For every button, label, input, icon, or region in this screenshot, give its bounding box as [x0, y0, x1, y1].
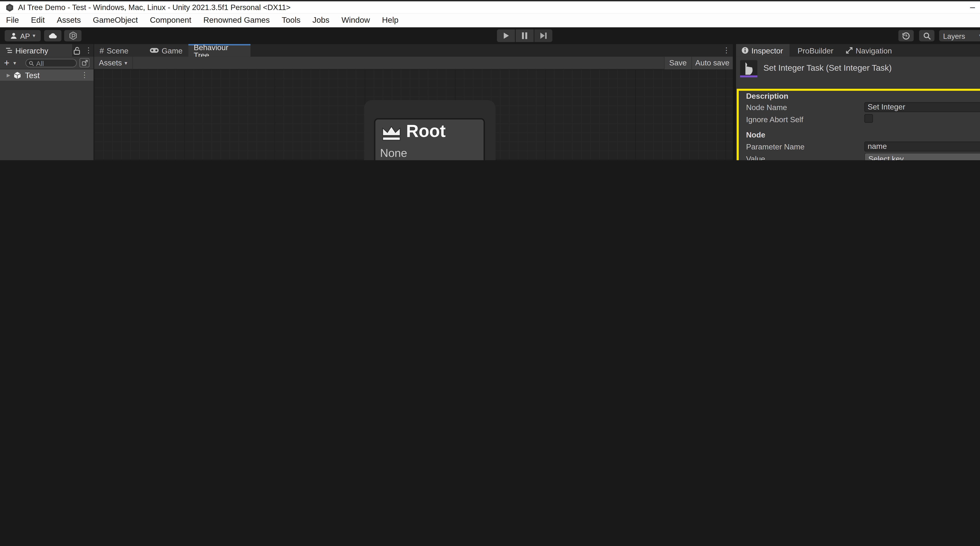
hierarchy-menu-kebab[interactable]: ⋮: [85, 47, 92, 54]
menu-file[interactable]: File: [0, 13, 25, 27]
node-root[interactable]: Root None: [364, 100, 495, 160]
tab-navigation[interactable]: Navigation: [840, 44, 902, 57]
description-section-header: Description: [746, 92, 789, 100]
expand-caret-icon[interactable]: ▶: [7, 73, 10, 78]
value-dropdown-placeholder: Select key...: [868, 154, 910, 160]
pause-icon: [522, 32, 528, 40]
tab-scene[interactable]: # Scene: [94, 44, 144, 57]
play-icon: [502, 32, 510, 40]
menu-bar: File Edit Assets GameObject Component Re…: [0, 13, 980, 27]
account-label: AP: [20, 32, 30, 40]
navigation-tab-label: Navigation: [856, 46, 892, 54]
window-title: AI Tree Demo - Test - Windows, Mac, Linu…: [18, 3, 291, 11]
lock-icon[interactable]: [73, 47, 80, 55]
graph-canvas[interactable]: Behaviour Tree Root None: [94, 69, 733, 160]
node-name-field[interactable]: Set Integer: [864, 102, 980, 112]
crown-icon: [381, 125, 402, 141]
inspector-tab-label: Inspector: [751, 46, 783, 54]
title-bar: AI Tree Demo - Test - Windows, Mac, Linu…: [0, 0, 980, 13]
chevron-down-icon: ▾: [125, 60, 127, 66]
menu-help[interactable]: Help: [376, 13, 404, 27]
hierarchy-tab-strip: Hierarchy ⋮: [0, 44, 94, 57]
tab-probuilder[interactable]: ProBuilder: [792, 44, 840, 57]
main-toolbar: AP ▾ Layers ▾ Layout ▾: [0, 27, 980, 44]
hierarchy-panel: Hierarchy ⋮ + ▾ All ▶ Test ⋮: [0, 44, 94, 160]
assets-dropdown[interactable]: Assets ▾: [94, 56, 132, 69]
menu-window[interactable]: Window: [336, 13, 376, 27]
tab-game[interactable]: Game: [144, 44, 188, 57]
pause-button[interactable]: [515, 29, 534, 42]
menu-renowned-games[interactable]: Renowned Games: [197, 13, 276, 27]
save-button-label: Save: [669, 59, 687, 67]
undo-history-button[interactable]: [898, 30, 913, 41]
info-circle-icon: [741, 47, 749, 54]
root-node-status: None: [380, 147, 407, 160]
inspector-tab-strip: Inspector ProBuilder Navigation ⋮: [736, 44, 980, 57]
hierarchy-row-test[interactable]: ▶ Test ⋮: [0, 69, 94, 81]
assets-dropdown-label: Assets: [99, 59, 122, 67]
chevron-down-icon[interactable]: ▾: [13, 60, 16, 66]
scene-tab-label: Scene: [107, 46, 128, 54]
hierarchy-search-input[interactable]: All: [25, 59, 76, 67]
inspector-header: Set Integer Task (Set Integer Task) ? ⋮: [736, 57, 980, 87]
ignore-abort-self-checkbox[interactable]: [864, 114, 873, 123]
hierarchy-toolbar: + ▾ All: [0, 57, 94, 70]
step-button[interactable]: [534, 29, 552, 42]
tab-inspector[interactable]: Inspector: [736, 44, 789, 57]
auto-save-button-label: Auto save: [695, 59, 729, 67]
node-name-value: Set Integer: [868, 103, 905, 111]
minimize-button[interactable]: –: [962, 2, 980, 12]
chevron-down-icon: ▾: [33, 33, 35, 39]
asset-thumbnail: [740, 60, 757, 78]
search-icon: [29, 60, 34, 66]
inspector-header-title: Set Integer Task (Set Integer Task): [764, 63, 892, 73]
scene-picker-icon[interactable]: [80, 58, 89, 67]
menu-component[interactable]: Component: [144, 13, 197, 27]
graph-tab-strip: # Scene Game Behaviour Tree ⋮: [94, 44, 733, 57]
row-menu-kebab[interactable]: ⋮: [81, 71, 88, 79]
hierarchy-list-icon: [5, 48, 13, 54]
graph-toolbar: Assets ▾ Save Auto save: [94, 57, 733, 70]
game-tab-label: Game: [162, 46, 183, 54]
person-icon: [10, 32, 18, 40]
parameter-name-field[interactable]: name: [864, 141, 980, 151]
graph-menu-kebab[interactable]: ⋮: [723, 47, 730, 54]
search-icon: [923, 32, 931, 40]
menu-jobs[interactable]: Jobs: [307, 13, 336, 27]
play-button[interactable]: [497, 29, 515, 42]
create-add-button[interactable]: +: [4, 57, 10, 68]
auto-save-button[interactable]: Auto save: [692, 56, 733, 69]
node-name-label: Node Name: [746, 103, 787, 111]
ignore-abort-self-label: Ignore Abort Self: [746, 116, 803, 124]
menu-edit[interactable]: Edit: [25, 13, 51, 27]
search-button[interactable]: [919, 30, 934, 41]
chevron-down-icon: ▾: [979, 33, 980, 39]
probuilder-tab-label: ProBuilder: [797, 46, 834, 54]
tab-hierarchy[interactable]: Hierarchy: [0, 44, 72, 57]
parameter-name-label: Parameter Name: [746, 143, 805, 151]
root-node-card: Root None: [374, 118, 485, 160]
cloud-icon: [48, 33, 57, 39]
navigation-arrows-icon: [846, 47, 853, 54]
gamepad-icon: [150, 48, 159, 54]
behaviour-tree-panel: # Scene Game Behaviour Tree ⋮ Assets ▾ S…: [94, 44, 733, 160]
tab-behaviour-tree[interactable]: Behaviour Tree: [188, 44, 250, 57]
cloud-button[interactable]: [44, 30, 62, 41]
value-key-dropdown[interactable]: Select key... ▾: [864, 153, 980, 160]
menu-tools[interactable]: Tools: [276, 13, 307, 27]
gameobject-cube-icon: [14, 71, 22, 79]
history-icon: [902, 31, 910, 40]
plastic-hub-icon: [68, 31, 77, 40]
save-button[interactable]: Save: [664, 56, 692, 69]
parameter-name-value: name: [868, 142, 887, 150]
node-section-header: Node: [746, 131, 765, 139]
plastic-scm-button[interactable]: [64, 30, 81, 41]
menu-gameobject[interactable]: GameObject: [87, 13, 144, 27]
unity-editor-window: AI Tree Demo - Test - Windows, Mac, Linu…: [0, 0, 980, 160]
account-button[interactable]: AP ▾: [5, 30, 41, 41]
hierarchy-tab-label: Hierarchy: [15, 46, 48, 54]
grid-hash-icon: #: [100, 46, 104, 55]
unity-logo-icon: [5, 3, 14, 12]
menu-assets[interactable]: Assets: [51, 13, 87, 27]
layers-dropdown[interactable]: Layers ▾: [939, 30, 980, 41]
